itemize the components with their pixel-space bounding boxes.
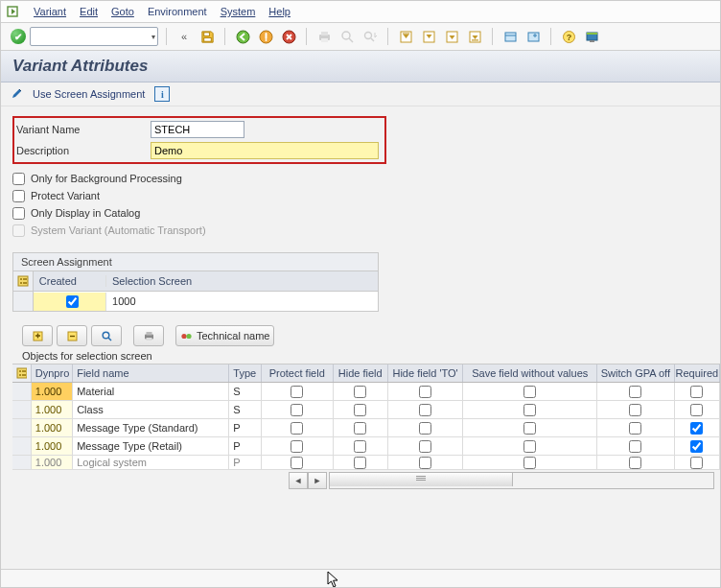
scroll-right-icon[interactable]: ► <box>308 472 327 489</box>
col-protect[interactable]: Protect field <box>262 365 334 382</box>
search-button[interactable] <box>91 325 122 346</box>
save-icon[interactable] <box>198 27 217 46</box>
cell-required[interactable] <box>675 419 720 436</box>
menu-variant[interactable]: Variant <box>34 6 66 17</box>
cell-hide-checkbox[interactable] <box>354 457 366 469</box>
table-row[interactable]: 1.000Logical systemP <box>12 456 720 470</box>
first-page-icon[interactable] <box>396 27 415 46</box>
cell-hide-checkbox[interactable] <box>354 404 366 416</box>
variant-name-input[interactable] <box>151 121 244 138</box>
cell-required[interactable] <box>675 456 720 469</box>
row-selector[interactable] <box>12 401 32 418</box>
prev-page-icon[interactable] <box>419 27 438 46</box>
cell-save[interactable] <box>463 437 597 455</box>
cell-hide-checkbox[interactable] <box>354 422 366 435</box>
cell-hide[interactable] <box>334 383 388 400</box>
screen-assignment-row[interactable]: 1000 <box>13 292 378 311</box>
cell-protect[interactable] <box>262 419 334 436</box>
col-field[interactable]: Field name <box>73 365 229 382</box>
cell-save[interactable] <box>463 456 597 469</box>
cell-gpa[interactable] <box>597 401 675 418</box>
layout-menu-icon[interactable] <box>582 27 601 46</box>
col-hideto[interactable]: Hide field 'TO' <box>388 365 464 382</box>
cell-protect[interactable] <box>262 437 334 455</box>
print-button[interactable] <box>133 325 164 346</box>
cell-protect-checkbox[interactable] <box>291 404 303 416</box>
cancel-icon[interactable] <box>279 27 298 46</box>
cell-save-checkbox[interactable] <box>523 440 536 453</box>
menu-goto[interactable]: Goto <box>111 6 134 17</box>
scroll-left-icon[interactable]: ◄ <box>289 472 308 489</box>
next-page-icon[interactable] <box>442 27 461 46</box>
cell-gpa-checkbox[interactable] <box>629 440 641 453</box>
cell-protect-checkbox[interactable] <box>291 386 303 398</box>
cell-hideto-checkbox[interactable] <box>419 386 431 398</box>
cell-required-checkbox[interactable] <box>690 440 703 453</box>
cell-hideto-checkbox[interactable] <box>419 404 431 416</box>
back-icon[interactable] <box>233 27 252 46</box>
row-selector[interactable] <box>13 292 34 311</box>
horizontal-scrollbar[interactable]: ◄ ► <box>289 472 720 489</box>
cell-gpa[interactable] <box>597 419 675 436</box>
col-gpa[interactable]: Switch GPA off <box>597 365 675 382</box>
enter-icon[interactable]: ✔ <box>11 29 26 44</box>
protect-variant-checkbox[interactable] <box>12 190 25 202</box>
cell-protect-checkbox[interactable] <box>291 457 303 469</box>
row-selector[interactable] <box>12 456 32 469</box>
row-selector[interactable] <box>12 419 32 436</box>
cell-hideto[interactable] <box>388 437 464 455</box>
cell-required-checkbox[interactable] <box>690 386 703 398</box>
cell-gpa-checkbox[interactable] <box>629 386 641 398</box>
cell-protect[interactable] <box>262 456 334 469</box>
command-field-icon[interactable] <box>7 5 20 18</box>
cell-hide[interactable] <box>334 437 388 455</box>
cell-protect-checkbox[interactable] <box>291 440 303 453</box>
cell-required[interactable] <box>675 383 720 400</box>
col-hide[interactable]: Hide field <box>334 365 388 382</box>
cell-gpa[interactable] <box>597 456 675 469</box>
exit-icon[interactable] <box>256 27 275 46</box>
catalog-checkbox[interactable] <box>12 207 25 220</box>
cell-save[interactable] <box>463 401 597 418</box>
cell-required[interactable] <box>675 401 720 418</box>
cell-hideto-checkbox[interactable] <box>419 440 431 453</box>
cell-hide-checkbox[interactable] <box>354 386 366 398</box>
cell-hideto-checkbox[interactable] <box>419 457 431 469</box>
row-selector[interactable] <box>12 383 32 400</box>
cell-gpa-checkbox[interactable] <box>629 404 641 416</box>
cell-save-checkbox[interactable] <box>523 422 536 435</box>
cell-gpa-checkbox[interactable] <box>629 457 641 469</box>
cell-hide[interactable] <box>334 401 388 418</box>
menu-system[interactable]: System <box>221 6 256 17</box>
cell-hideto[interactable] <box>388 456 464 469</box>
table-row[interactable]: 1.000Message Type (Standard)P <box>12 419 720 437</box>
col-save[interactable]: Save field without values <box>463 365 597 382</box>
menu-help[interactable]: Help <box>268 6 291 17</box>
cell-save[interactable] <box>463 383 597 400</box>
use-screen-assignment-link[interactable]: Use Screen Assignment <box>33 88 145 100</box>
select-all-icon[interactable] <box>12 365 32 382</box>
cell-required[interactable] <box>675 437 720 455</box>
command-field[interactable]: ▾ <box>30 27 158 46</box>
table-row[interactable]: 1.000MaterialS <box>12 383 720 401</box>
scroll-track[interactable] <box>329 472 714 489</box>
cell-gpa[interactable] <box>597 437 675 455</box>
collapse-all-button[interactable] <box>57 325 87 346</box>
cell-protect[interactable] <box>262 383 334 400</box>
cell-hide[interactable] <box>334 456 388 469</box>
cell-hideto-checkbox[interactable] <box>419 422 431 435</box>
cell-hide[interactable] <box>334 419 388 436</box>
cell-protect-checkbox[interactable] <box>291 422 303 435</box>
cell-gpa[interactable] <box>597 383 675 400</box>
cell-protect[interactable] <box>262 401 334 418</box>
col-required[interactable]: Required <box>675 365 720 382</box>
table-row[interactable]: 1.000Message Type (Retail)P <box>12 437 720 456</box>
cell-gpa-checkbox[interactable] <box>629 422 641 435</box>
technical-name-button[interactable]: Technical name <box>175 325 274 346</box>
menu-environment[interactable]: Environment <box>148 6 207 17</box>
cell-save-checkbox[interactable] <box>523 404 536 416</box>
cell-save-checkbox[interactable] <box>523 386 536 398</box>
info-icon[interactable]: i <box>154 86 170 102</box>
table-row[interactable]: 1.000ClassS <box>12 401 720 419</box>
description-input[interactable] <box>151 142 379 159</box>
